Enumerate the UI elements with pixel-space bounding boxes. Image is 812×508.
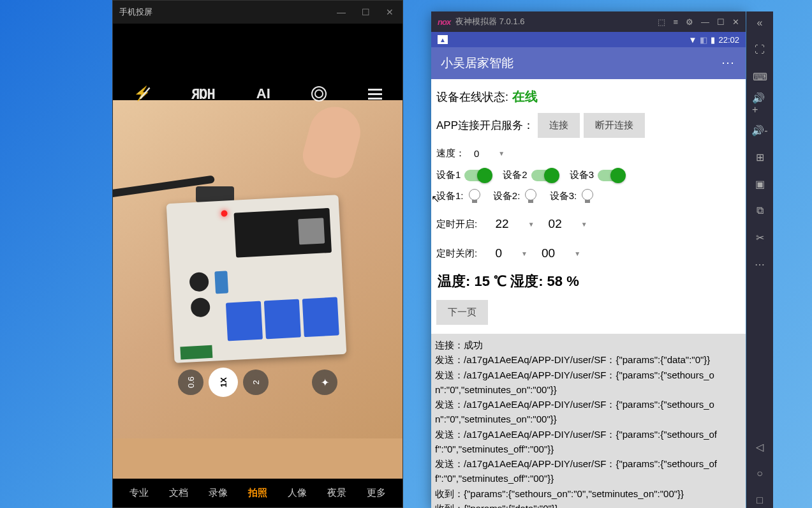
left-titlebar: 手机投屏 — ☐ ✕ bbox=[113, 1, 402, 24]
chevron-down-icon: ▼ bbox=[521, 250, 528, 257]
log-line: 收到：{"params":{"data":"0"}} bbox=[434, 501, 743, 508]
speed-dropdown[interactable]: 0 ▼ bbox=[469, 146, 510, 161]
fullscreen-icon[interactable]: ⛶ bbox=[752, 42, 767, 57]
keyboard-icon[interactable]: ⌨ bbox=[752, 69, 767, 84]
camera-modes: 专业 文档 录像 拍照 人像 夜景 更多 bbox=[113, 479, 402, 507]
chevron-down-icon: ▼ bbox=[528, 221, 535, 228]
mode-video[interactable]: 录像 bbox=[209, 487, 228, 499]
mode-pro[interactable]: 专业 bbox=[129, 487, 149, 499]
device-status-value: 在线 bbox=[512, 88, 538, 105]
wifi-icon: ▼ bbox=[689, 35, 697, 45]
bulb-icon bbox=[525, 189, 536, 203]
timer-on-min-dropdown[interactable]: 02 ▼ bbox=[543, 214, 593, 234]
device3-bulb-label: 设备3: bbox=[550, 190, 577, 202]
timer-on-hour-dropdown[interactable]: 22 ▼ bbox=[491, 214, 540, 234]
device1-toggle-label: 设备1 bbox=[436, 169, 461, 181]
log-line: 发送：/a17gA1AeEAq/APP-DIY/user/SF：{"params… bbox=[434, 397, 743, 427]
android-status-bar: ▲ ▼ ◧ ▮ 22:02 bbox=[431, 32, 746, 47]
live-photo-icon[interactable] bbox=[311, 86, 327, 101]
more-icon[interactable]: ⋯ bbox=[752, 257, 767, 272]
app-header: 小吴居家智能 ⋮ bbox=[431, 47, 746, 79]
minimize-button[interactable]: — bbox=[335, 7, 348, 17]
sidebar-expand-icon[interactable]: « bbox=[752, 15, 767, 31]
flash-off-icon[interactable]: ⚡̸ bbox=[133, 86, 151, 102]
log-line: 发送：/a17gA1AeEAq/APP-DIY/user/SF：{"params… bbox=[434, 427, 743, 457]
log-line: 收到：{"params":{"sethours_on":"0","setminu… bbox=[434, 486, 743, 501]
nox-settings-icon[interactable]: ⚙ bbox=[686, 17, 693, 27]
bulb-icon bbox=[469, 189, 480, 203]
close-button[interactable]: ✕ bbox=[383, 7, 396, 17]
menu-icon[interactable] bbox=[368, 89, 382, 100]
left-window-title: 手机投屏 bbox=[119, 6, 335, 18]
speed-label: 速度： bbox=[436, 147, 465, 160]
app-body: 设备在线状态: 在线 APP连接开启服务： 连接 断开连接 速度： 0 ▼ 设备… bbox=[431, 79, 746, 334]
nox-title: 夜神模拟器 7.0.1.6 bbox=[455, 16, 658, 27]
volume-up-icon[interactable]: 🔊+ bbox=[752, 96, 767, 111]
log-line: 发送：/a17gA1AeEAq/APP-DIY/user/SF：{"params… bbox=[434, 368, 743, 398]
phone-mirror-window: 手机投屏 — ☐ ✕ ⚡̸ HⱭR AI bbox=[112, 0, 403, 508]
mode-portrait[interactable]: 人像 bbox=[288, 487, 307, 499]
device2-toggle[interactable] bbox=[531, 170, 558, 181]
connect-button[interactable]: 连接 bbox=[538, 113, 580, 138]
mode-photo[interactable]: 拍照 bbox=[248, 487, 267, 499]
chevron-down-icon: ▼ bbox=[581, 221, 587, 228]
warning-icon: ▲ bbox=[438, 35, 448, 44]
ai-icon[interactable]: AI bbox=[256, 86, 270, 102]
app-title: 小吴居家智能 bbox=[441, 55, 721, 71]
camera-preview: ⚡̸ HⱭR AI 0.6 1X bbox=[113, 24, 402, 507]
chevron-down-icon: ▼ bbox=[498, 150, 505, 157]
device3-toggle[interactable] bbox=[598, 170, 624, 181]
nox-menu-icon[interactable]: ≡ bbox=[673, 17, 678, 27]
zoom-0.6[interactable]: 0.6 bbox=[178, 370, 203, 395]
speed-value: 0 bbox=[474, 148, 479, 159]
log-line: 发送：/a17gA1AeEAq/APP-DIY/user/SF：{"params… bbox=[434, 456, 743, 486]
zoom-1x[interactable]: 1X bbox=[209, 368, 238, 397]
signal-icon: ◧ bbox=[700, 35, 707, 45]
timer-off-hour-dropdown[interactable]: 0 ▼ bbox=[491, 244, 533, 263]
nox-help-icon[interactable]: ⬚ bbox=[658, 17, 665, 27]
temp-humidity: 温度: 15 ℃ 湿度: 58 % bbox=[434, 267, 743, 296]
nox-sidebar: « ⛶ ⌨ 🔊+ 🔊- ⊞ ▣ ⧉ ✂ ⋯ ◁ ○ □ bbox=[746, 11, 773, 508]
more-options-icon[interactable]: ⋮ bbox=[721, 57, 736, 70]
clock: 22:02 bbox=[718, 35, 739, 45]
device2-toggle-label: 设备2 bbox=[503, 169, 527, 181]
zoom-2[interactable]: 2 bbox=[243, 370, 269, 395]
disconnect-button[interactable]: 断开连接 bbox=[584, 113, 645, 138]
magic-icon[interactable]: ✦ bbox=[312, 370, 337, 395]
bulb-icon bbox=[582, 189, 593, 203]
mode-night[interactable]: 夜景 bbox=[327, 487, 346, 499]
timer-off-min-dropdown[interactable]: 00 ▼ bbox=[536, 244, 586, 263]
device-status-label: 设备在线状态: bbox=[436, 89, 508, 105]
log-line: 连接：成功 bbox=[434, 338, 743, 352]
hdr-icon[interactable]: HⱭR bbox=[192, 86, 216, 102]
battery-icon: ▮ bbox=[711, 35, 715, 45]
next-page-button[interactable]: 下一页 bbox=[436, 300, 488, 325]
recent-icon[interactable]: □ bbox=[752, 493, 767, 508]
timer-off-label: 定时关闭: bbox=[436, 248, 477, 260]
device1-bulb-label: 设备1: bbox=[436, 190, 464, 202]
mode-more[interactable]: 更多 bbox=[367, 487, 386, 499]
scissors-icon[interactable]: ✂ bbox=[752, 230, 767, 245]
nox-close-button[interactable]: ✕ bbox=[732, 17, 739, 27]
photo-content: 0.6 1X 2 ✦ bbox=[113, 100, 402, 438]
device3-toggle-label: 设备3 bbox=[570, 169, 594, 181]
nox-emulator-window: nox 夜神模拟器 7.0.1.6 ⬚ ≡ ⚙ — ☐ ✕ ▲ ▼ ◧ ▮ 22… bbox=[431, 11, 746, 508]
circuit-board bbox=[166, 195, 347, 363]
service-label: APP连接开启服务： bbox=[436, 118, 534, 133]
back-icon[interactable]: ◁ bbox=[752, 439, 767, 454]
nox-minimize-button[interactable]: — bbox=[701, 17, 709, 27]
apk-install-icon[interactable]: ⊞ bbox=[752, 149, 767, 165]
file-icon[interactable]: ▣ bbox=[752, 176, 767, 191]
device1-toggle[interactable] bbox=[464, 170, 491, 181]
maximize-button[interactable]: ☐ bbox=[359, 7, 372, 17]
log-area[interactable]: 连接：成功 发送：/a17gA1AeEAq/APP-DIY/user/SF：{"… bbox=[431, 334, 746, 508]
nox-titlebar: nox 夜神模拟器 7.0.1.6 ⬚ ≡ ⚙ — ☐ ✕ bbox=[431, 11, 746, 32]
volume-down-icon[interactable]: 🔊- bbox=[752, 123, 767, 138]
home-icon[interactable]: ○ bbox=[752, 466, 767, 481]
nox-logo: nox bbox=[438, 17, 450, 27]
chevron-down-icon: ▼ bbox=[574, 250, 580, 257]
log-line: 发送：/a17gA1AeEAq/APP-DIY/user/SF：{"params… bbox=[434, 352, 743, 367]
mode-document[interactable]: 文档 bbox=[169, 487, 188, 499]
nox-maximize-button[interactable]: ☐ bbox=[717, 17, 725, 27]
multi-instance-icon[interactable]: ⧉ bbox=[752, 203, 767, 218]
